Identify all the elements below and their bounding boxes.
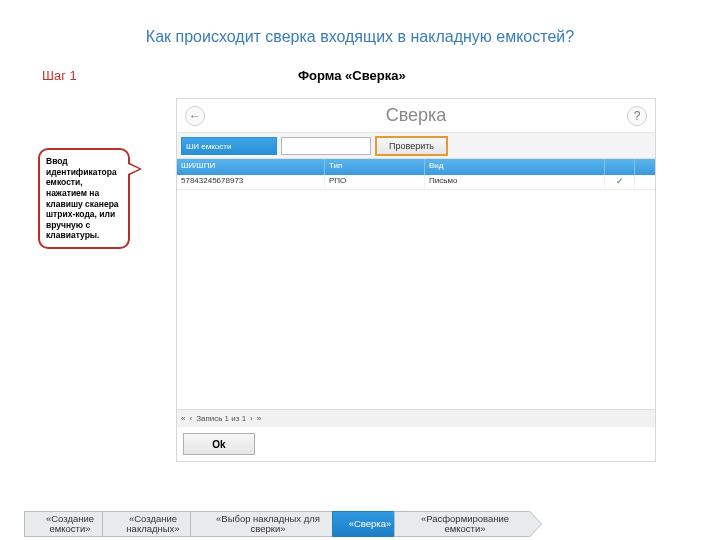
col-shi[interactable]: ШИ/ШПИ xyxy=(177,159,325,175)
nav-first-icon[interactable]: « xyxy=(181,414,185,423)
step-create-waybills[interactable]: «Создание накладных» xyxy=(102,511,198,537)
step-label-5: «Расформирование емкости» xyxy=(409,514,521,534)
app-window: ← Сверка ? ШИ емкости Проверить ШИ/ШПИ Т… xyxy=(176,98,656,462)
cell-kind: Письмо xyxy=(425,175,605,189)
back-button[interactable]: ← xyxy=(185,106,205,126)
table-row[interactable]: 57843245678973 РПО Письмо ✓ xyxy=(177,175,655,190)
id-input[interactable] xyxy=(281,137,371,155)
nav-prev-icon[interactable]: ‹ xyxy=(189,414,192,423)
callout-bubble: Ввод идентификатора емкости, нажатием на… xyxy=(38,148,130,249)
process-steps: «Создание емкости» «Создание накладных» … xyxy=(24,510,720,538)
help-icon: ? xyxy=(634,109,641,123)
step-create-container[interactable]: «Создание емкости» xyxy=(24,511,110,537)
step-disband[interactable]: «Расформирование емкости» xyxy=(394,511,530,537)
nav-next-icon[interactable]: › xyxy=(250,414,253,423)
toolbar: ШИ емкости Проверить xyxy=(177,133,655,159)
step-verification[interactable]: «Сверка» xyxy=(332,511,402,537)
grid-footer: « ‹ Запись 1 из 1 › » xyxy=(177,409,655,427)
col-kind[interactable]: Вид xyxy=(425,159,605,175)
slide-title: Как происходит сверка входящих в накладн… xyxy=(0,0,720,56)
ok-button[interactable]: Ok xyxy=(183,433,255,455)
callout-tail xyxy=(128,162,142,176)
callout-text: Ввод идентификатора емкости, нажатием на… xyxy=(46,156,119,240)
step-label-2: «Создание накладных» xyxy=(117,514,189,534)
form-title: Форма «Сверка» xyxy=(298,68,406,83)
checkmark-icon: ✓ xyxy=(605,175,635,189)
nav-last-icon[interactable]: » xyxy=(257,414,261,423)
help-button[interactable]: ? xyxy=(627,106,647,126)
step-select-waybills[interactable]: «Выбор накладных для сверки» xyxy=(190,511,340,537)
record-counter: Запись 1 из 1 xyxy=(196,414,246,423)
step-label-3: «Выбор накладных для сверки» xyxy=(205,514,331,534)
col-check[interactable] xyxy=(605,159,635,175)
cell-type: РПО xyxy=(325,175,425,189)
data-grid: ШИ/ШПИ Тип Вид 57843245678973 РПО Письмо… xyxy=(177,159,655,427)
cell-shi: 57843245678973 xyxy=(177,175,325,189)
app-header: ← Сверка ? xyxy=(177,99,655,133)
window-title: Сверка xyxy=(205,105,627,126)
col-type[interactable]: Тип xyxy=(325,159,425,175)
step-label-1: «Создание емкости» xyxy=(39,514,101,534)
back-arrow-icon: ← xyxy=(189,109,201,123)
grid-header: ШИ/ШПИ Тип Вид xyxy=(177,159,655,175)
verify-button[interactable]: Проверить xyxy=(375,136,448,156)
id-field-label: ШИ емкости xyxy=(181,137,277,155)
step-label: Шаг 1 xyxy=(42,68,77,83)
step-label-4: «Сверка» xyxy=(349,519,392,529)
